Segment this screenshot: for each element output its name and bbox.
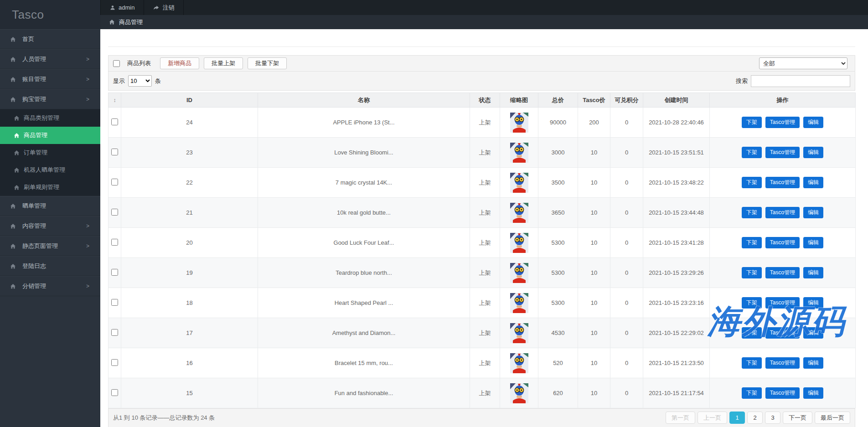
edit-button[interactable]: 编辑 <box>803 297 823 309</box>
edit-button[interactable]: 编辑 <box>803 147 823 158</box>
off-shelf-button[interactable]: 下架 <box>742 297 762 309</box>
sidebar-item-account-management[interactable]: 账目管理> <box>0 69 100 89</box>
tasco-manage-button[interactable]: Tasco管理 <box>765 357 800 369</box>
sidebar-item-distribution-management[interactable]: 分销管理> <box>0 276 100 296</box>
row-checkbox[interactable] <box>111 209 118 216</box>
sidebar-item-review-management[interactable]: 晒单管理 <box>0 196 100 216</box>
pagination: 第一页 上一页 1 2 3 下一页 最后一页 <box>666 412 850 424</box>
sidebar-item-login-logs[interactable]: 登陆日志 <box>0 256 100 276</box>
sidebar-item-order-management[interactable]: 订单管理 <box>0 144 100 161</box>
page-3-button[interactable]: 3 <box>765 412 780 424</box>
logout-icon <box>153 5 159 10</box>
page-1-button[interactable]: 1 <box>729 412 745 424</box>
tasco-manage-button[interactable]: Tasco管理 <box>765 177 800 188</box>
sidebar-item-brush-order-rules-management[interactable]: 刷单规则管理 <box>0 179 100 196</box>
page-first-button[interactable]: 第一页 <box>666 412 695 424</box>
tasco-manage-button[interactable]: Tasco管理 <box>765 147 800 158</box>
edit-button[interactable]: 编辑 <box>803 117 823 128</box>
row-checkbox[interactable] <box>111 179 118 185</box>
row-id: 19 <box>121 258 258 288</box>
row-created-time: 2021-10-15 23:51:51 <box>643 138 710 168</box>
tasco-manage-button[interactable]: Tasco管理 <box>765 117 800 128</box>
row-status: 上架 <box>470 378 500 408</box>
tasco-manage-button[interactable]: Tasco管理 <box>765 297 800 309</box>
tasco-manage-button[interactable]: Tasco管理 <box>765 327 800 339</box>
row-actions: 下架Tasco管理编辑 <box>710 288 856 318</box>
row-total-price: 620 <box>538 378 578 408</box>
edit-button[interactable]: 编辑 <box>803 177 823 188</box>
off-shelf-button[interactable]: 下架 <box>742 357 762 369</box>
off-shelf-button[interactable]: 下架 <box>742 147 762 158</box>
off-shelf-button[interactable]: 下架 <box>742 267 762 278</box>
home-icon <box>10 223 16 229</box>
row-created-time: 2021-10-15 23:44:48 <box>643 198 710 228</box>
page-prev-button[interactable]: 上一页 <box>698 412 727 424</box>
sidebar-item-shopping-management[interactable]: 购宝管理> <box>0 89 100 109</box>
edit-button[interactable]: 编辑 <box>803 357 823 369</box>
row-checkbox[interactable] <box>111 329 118 336</box>
tasco-manage-button[interactable]: Tasco管理 <box>765 237 800 248</box>
row-id: 24 <box>121 108 258 138</box>
topbar-user[interactable]: admin <box>100 0 144 15</box>
row-thumbnail-cell <box>500 228 538 258</box>
sidebar-item-content-management[interactable]: 内容管理> <box>0 216 100 236</box>
table-body: 24APPLE iPhone 13 (St...上架9000020002021-… <box>108 108 856 408</box>
edit-button[interactable]: 编辑 <box>803 237 823 248</box>
sidebar-item-static-page-management[interactable]: 静态页面管理> <box>0 236 100 256</box>
row-checkbox[interactable] <box>111 299 118 306</box>
home-icon <box>10 203 16 209</box>
edit-button[interactable]: 编辑 <box>803 267 823 278</box>
batch-onshelf-button[interactable]: 批量上架 <box>204 57 243 69</box>
sidebar-item-product-category-management[interactable]: 商品类别管理 <box>0 109 100 127</box>
off-shelf-button[interactable]: 下架 <box>742 327 762 339</box>
off-shelf-button[interactable]: 下架 <box>742 387 762 399</box>
chevron-right-icon: > <box>86 223 89 229</box>
off-shelf-button[interactable]: 下架 <box>742 177 762 188</box>
page-next-button[interactable]: 下一页 <box>783 412 812 424</box>
edit-button[interactable]: 编辑 <box>803 327 823 339</box>
row-select-cell <box>108 108 121 138</box>
search-input[interactable] <box>751 75 850 87</box>
page-2-button[interactable]: 2 <box>747 412 763 424</box>
add-product-button[interactable]: 新增商品 <box>160 57 199 69</box>
tasco-manage-button[interactable]: Tasco管理 <box>765 267 800 278</box>
row-total-price: 3650 <box>538 198 578 228</box>
topbar-logout[interactable]: 注销 <box>144 0 184 15</box>
page-size-select[interactable]: 10 <box>128 75 152 87</box>
home-icon <box>14 150 20 156</box>
sidebar-item-personnel-management[interactable]: 人员管理> <box>0 49 100 69</box>
off-shelf-button[interactable]: 下架 <box>742 207 762 218</box>
off-shelf-button[interactable]: 下架 <box>742 237 762 248</box>
table-header-row: ↕ ID 名称 状态 缩略图 总价 Tasco价 可兑积分 创建时间 操作 <box>108 93 856 108</box>
row-actions: 下架Tasco管理编辑 <box>710 348 856 378</box>
row-select-cell <box>108 168 121 198</box>
topbar: admin 注销 <box>100 0 868 15</box>
col-header-status: 状态 <box>470 93 500 108</box>
row-checkbox[interactable] <box>111 239 118 246</box>
sidebar-item-label: 晒单管理 <box>22 202 46 210</box>
table-row: 24APPLE iPhone 13 (St...上架9000020002021-… <box>108 108 856 138</box>
category-filter-select[interactable]: 全部 <box>759 57 847 69</box>
row-checkbox[interactable] <box>111 149 118 155</box>
user-icon <box>110 5 115 10</box>
sidebar-item-home[interactable]: 首页 <box>0 29 100 49</box>
show-label: 显示 <box>113 77 125 85</box>
row-points: 0 <box>610 198 643 228</box>
row-checkbox[interactable] <box>111 359 118 366</box>
row-checkbox[interactable] <box>111 389 118 396</box>
row-checkbox[interactable] <box>111 269 118 276</box>
row-actions: 下架Tasco管理编辑 <box>710 108 856 138</box>
select-all-checkbox[interactable] <box>113 60 120 67</box>
row-checkbox[interactable] <box>111 118 118 125</box>
tasco-manage-button[interactable]: Tasco管理 <box>765 207 800 218</box>
off-shelf-button[interactable]: 下架 <box>742 117 762 128</box>
edit-button[interactable]: 编辑 <box>803 387 823 399</box>
sort-column-header[interactable]: ↕ <box>108 93 121 108</box>
sidebar-item-robot-review-management[interactable]: 机器人晒单管理 <box>0 161 100 179</box>
batch-offshelf-button[interactable]: 批量下架 <box>248 57 287 69</box>
edit-button[interactable]: 编辑 <box>803 207 823 218</box>
page-last-button[interactable]: 最后一页 <box>815 412 850 424</box>
tasco-manage-button[interactable]: Tasco管理 <box>765 387 800 399</box>
home-icon <box>10 283 16 289</box>
sidebar-item-product-management[interactable]: 商品管理 <box>0 127 100 144</box>
